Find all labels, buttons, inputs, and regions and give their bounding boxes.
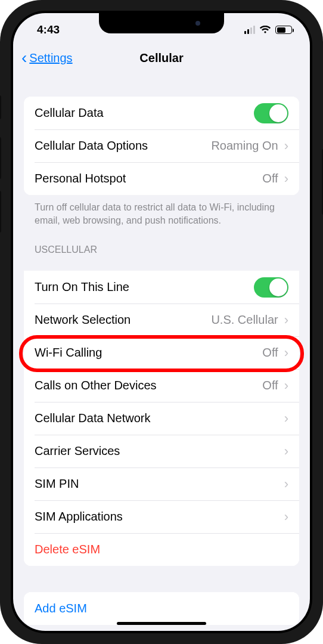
- battery-icon: [275, 26, 292, 34]
- row-cellular-data-options[interactable]: Cellular Data Options Roaming On ›: [24, 129, 299, 162]
- row-value: Off: [262, 379, 278, 392]
- row-label: SIM Applications: [35, 510, 278, 524]
- wifi-icon: [259, 26, 271, 34]
- group-cellular: Cellular Data Cellular Data Options Roam…: [24, 97, 299, 195]
- row-delete-esim[interactable]: Delete eSIM: [24, 533, 299, 566]
- row-add-esim[interactable]: Add eSIM: [24, 592, 299, 625]
- home-indicator[interactable]: [117, 622, 206, 625]
- row-value: Off: [262, 172, 278, 185]
- row-label: Carrier Services: [35, 444, 278, 458]
- row-label: Add eSIM: [35, 602, 288, 615]
- row-label: Cellular Data Network: [35, 411, 278, 425]
- row-network-selection[interactable]: Network Selection U.S. Cellular ›: [24, 304, 299, 336]
- chevron-right-icon: ›: [284, 378, 288, 394]
- page-title: Cellular: [139, 51, 183, 65]
- row-sim-applications[interactable]: SIM Applications ›: [24, 500, 299, 533]
- row-turn-on-line[interactable]: Turn On This Line: [24, 271, 299, 304]
- row-label: Calls on Other Devices: [35, 379, 262, 392]
- row-label: Network Selection: [35, 313, 211, 327]
- chevron-right-icon: ›: [284, 411, 288, 426]
- cellular-signal-icon: [244, 26, 255, 34]
- chevron-right-icon: ›: [284, 509, 288, 525]
- group-add-esim: Add eSIM: [24, 592, 299, 625]
- chevron-left-icon: ‹: [21, 49, 27, 66]
- row-value: Roaming On: [211, 139, 278, 153]
- row-label: Wi-Fi Calling: [35, 346, 262, 360]
- chevron-right-icon: ›: [284, 345, 288, 361]
- row-label: Cellular Data Options: [35, 139, 211, 153]
- row-cellular-data[interactable]: Cellular Data: [24, 97, 299, 129]
- chevron-right-icon: ›: [284, 138, 288, 154]
- row-label: Turn On This Line: [35, 280, 254, 294]
- notch: [99, 13, 224, 33]
- group-carrier: Turn On This Line Network Selection U.S.…: [24, 271, 299, 566]
- row-cellular-data-network[interactable]: Cellular Data Network ›: [24, 402, 299, 435]
- row-value: U.S. Cellular: [211, 313, 278, 327]
- nav-bar: ‹ Settings Cellular: [13, 43, 310, 73]
- row-personal-hotspot[interactable]: Personal Hotspot Off ›: [24, 162, 299, 195]
- row-label: Delete eSIM: [35, 543, 288, 556]
- back-button[interactable]: ‹ Settings: [21, 49, 73, 66]
- chevron-right-icon: ›: [284, 476, 288, 492]
- chevron-right-icon: ›: [284, 312, 288, 328]
- row-wifi-calling[interactable]: Wi-Fi Calling Off ›: [24, 336, 299, 369]
- chevron-right-icon: ›: [284, 171, 288, 187]
- group-footer: Turn off cellular data to restrict all d…: [24, 195, 299, 227]
- row-label: SIM PIN: [35, 477, 278, 491]
- toggle-line[interactable]: [254, 277, 288, 298]
- back-label: Settings: [29, 51, 72, 65]
- toggle-cellular-data[interactable]: [254, 103, 288, 123]
- status-time: 4:43: [37, 23, 60, 36]
- row-value: Off: [262, 346, 278, 360]
- row-calls-other-devices[interactable]: Calls on Other Devices Off ›: [24, 369, 299, 402]
- row-sim-pin[interactable]: SIM PIN ›: [24, 467, 299, 500]
- row-label: Cellular Data: [35, 106, 254, 120]
- row-carrier-services[interactable]: Carrier Services ›: [24, 435, 299, 467]
- section-header-carrier: USCELLULAR: [24, 227, 299, 260]
- chevron-right-icon: ›: [284, 444, 288, 459]
- row-label: Personal Hotspot: [35, 172, 262, 185]
